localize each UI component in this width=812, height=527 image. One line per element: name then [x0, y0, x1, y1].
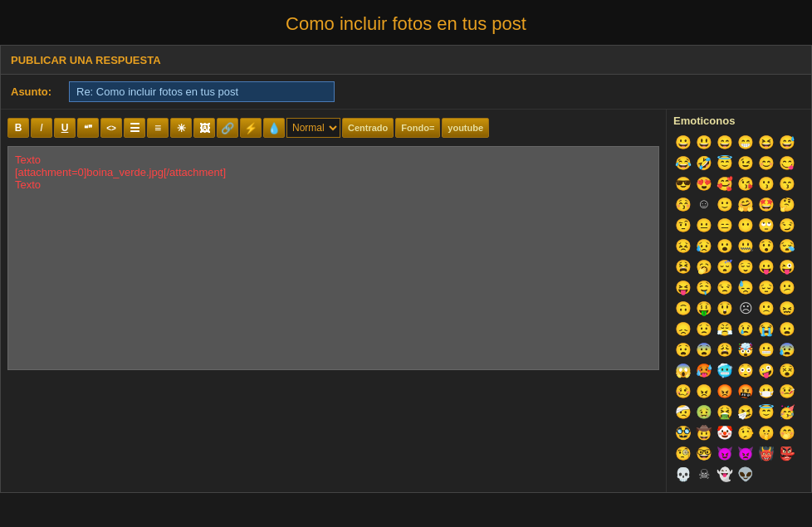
- emoticon-24[interactable]: 🤨: [673, 215, 693, 235]
- emoticon-17[interactable]: 😙: [777, 173, 797, 193]
- emoticon-79[interactable]: 🤢: [694, 402, 714, 422]
- emoticon-69[interactable]: 😳: [736, 360, 756, 380]
- emoticon-20[interactable]: 🙂: [715, 194, 735, 214]
- emoticon-3[interactable]: 😁: [736, 132, 756, 152]
- emoticon-88[interactable]: 🤫: [756, 422, 776, 442]
- emoticon-39[interactable]: 😌: [736, 256, 756, 276]
- emoticon-55[interactable]: 😟: [694, 319, 714, 339]
- underline-button[interactable]: U: [54, 118, 76, 138]
- emoticon-52[interactable]: 🙁: [756, 298, 776, 318]
- emoticon-1[interactable]: 😃: [694, 132, 714, 152]
- emoticon-85[interactable]: 🤠: [694, 422, 714, 442]
- emoticon-70[interactable]: 🤪: [756, 360, 776, 380]
- emoticon-46[interactable]: 😔: [756, 277, 776, 297]
- emoticon-84[interactable]: 🥸: [673, 422, 693, 442]
- special-button[interactable]: ✳: [170, 118, 192, 138]
- emoticon-97[interactable]: ☠: [694, 464, 714, 484]
- emoticon-60[interactable]: 😧: [673, 339, 693, 359]
- emoticon-2[interactable]: 😄: [715, 132, 735, 152]
- emoticon-90[interactable]: 🧐: [673, 443, 693, 463]
- center-button[interactable]: Centrado: [342, 118, 394, 138]
- emoticon-38[interactable]: 😴: [715, 256, 735, 276]
- emoticon-53[interactable]: 😖: [777, 298, 797, 318]
- emoticon-8[interactable]: 😇: [715, 153, 735, 173]
- emoticon-99[interactable]: 👽: [736, 464, 756, 484]
- emoticon-22[interactable]: 🤩: [756, 194, 776, 214]
- flash-button[interactable]: ⚡: [240, 118, 262, 138]
- color-button[interactable]: 💧: [263, 118, 285, 138]
- font-size-select[interactable]: Normal Tiny Small Large Huge: [286, 118, 340, 138]
- emoticon-33[interactable]: 🤐: [736, 236, 756, 256]
- emoticon-36[interactable]: 😫: [673, 256, 693, 276]
- emoticon-4[interactable]: 😆: [756, 132, 776, 152]
- background-button[interactable]: Fondo=: [395, 118, 440, 138]
- emoticon-92[interactable]: 😈: [715, 443, 735, 463]
- emoticon-51[interactable]: ☹: [736, 298, 756, 318]
- emoticon-76[interactable]: 😷: [756, 381, 776, 401]
- emoticon-0[interactable]: 😀: [673, 132, 693, 152]
- emoticon-78[interactable]: 🤕: [673, 402, 693, 422]
- emoticon-34[interactable]: 😯: [756, 236, 776, 256]
- emoticon-77[interactable]: 🤒: [777, 381, 797, 401]
- code-button[interactable]: <>: [100, 118, 122, 138]
- emoticon-81[interactable]: 🤧: [736, 402, 756, 422]
- emoticon-56[interactable]: 😤: [715, 319, 735, 339]
- subject-input[interactable]: [69, 81, 335, 102]
- emoticon-45[interactable]: 😓: [736, 277, 756, 297]
- emoticon-12[interactable]: 😎: [673, 173, 693, 193]
- emoticon-31[interactable]: 😥: [694, 236, 714, 256]
- emoticon-61[interactable]: 😨: [694, 339, 714, 359]
- emoticon-63[interactable]: 🤯: [736, 339, 756, 359]
- link-button[interactable]: 🔗: [217, 118, 238, 138]
- emoticon-30[interactable]: 😣: [673, 236, 693, 256]
- emoticon-75[interactable]: 🤬: [736, 381, 756, 401]
- emoticon-71[interactable]: 😵: [777, 360, 797, 380]
- emoticon-93[interactable]: 👿: [736, 443, 756, 463]
- emoticon-91[interactable]: 🤓: [694, 443, 714, 463]
- emoticon-11[interactable]: 😋: [777, 153, 797, 173]
- emoticon-7[interactable]: 🤣: [694, 153, 714, 173]
- emoticon-65[interactable]: 😰: [777, 339, 797, 359]
- emoticon-95[interactable]: 👺: [777, 443, 797, 463]
- emoticon-49[interactable]: 🤑: [694, 298, 714, 318]
- unordered-list-button[interactable]: ≡: [147, 118, 169, 138]
- emoticon-74[interactable]: 😡: [715, 381, 735, 401]
- quote-button[interactable]: ❝❞: [77, 118, 99, 138]
- emoticon-82[interactable]: 😇: [756, 402, 776, 422]
- emoticon-32[interactable]: 😮: [715, 236, 735, 256]
- emoticon-94[interactable]: 👹: [756, 443, 776, 463]
- emoticon-89[interactable]: 🤭: [777, 422, 797, 442]
- emoticon-58[interactable]: 😭: [756, 319, 776, 339]
- emoticon-64[interactable]: 😬: [756, 339, 776, 359]
- emoticon-37[interactable]: 🥱: [694, 256, 714, 276]
- emoticon-48[interactable]: 🙃: [673, 298, 693, 318]
- emoticon-72[interactable]: 🥴: [673, 381, 693, 401]
- emoticon-80[interactable]: 🤮: [715, 402, 735, 422]
- emoticon-62[interactable]: 😩: [715, 339, 735, 359]
- emoticon-41[interactable]: 😜: [777, 256, 797, 276]
- emoticon-35[interactable]: 😪: [777, 236, 797, 256]
- emoticon-21[interactable]: 🤗: [736, 194, 756, 214]
- emoticon-27[interactable]: 😶: [736, 215, 756, 235]
- emoticon-98[interactable]: 👻: [715, 464, 735, 484]
- text-area[interactable]: [7, 146, 659, 370]
- emoticon-67[interactable]: 🥵: [694, 360, 714, 380]
- emoticon-14[interactable]: 🥰: [715, 173, 735, 193]
- emoticon-29[interactable]: 😏: [777, 215, 797, 235]
- emoticon-42[interactable]: 😝: [673, 277, 693, 297]
- youtube-button[interactable]: youtube: [442, 118, 489, 138]
- image-button[interactable]: 🖼: [193, 118, 215, 138]
- emoticon-15[interactable]: 😘: [736, 173, 756, 193]
- emoticon-59[interactable]: 😦: [777, 319, 797, 339]
- emoticon-10[interactable]: 😊: [756, 153, 776, 173]
- ordered-list-button[interactable]: ☰: [124, 118, 145, 138]
- emoticon-86[interactable]: 🤡: [715, 422, 735, 442]
- emoticon-73[interactable]: 😠: [694, 381, 714, 401]
- emoticon-44[interactable]: 😒: [715, 277, 735, 297]
- emoticon-9[interactable]: 😉: [736, 153, 756, 173]
- emoticon-25[interactable]: 😐: [694, 215, 714, 235]
- emoticon-16[interactable]: 😗: [756, 173, 776, 193]
- emoticon-54[interactable]: 😞: [673, 319, 693, 339]
- emoticon-26[interactable]: 😑: [715, 215, 735, 235]
- bold-button[interactable]: B: [7, 118, 29, 138]
